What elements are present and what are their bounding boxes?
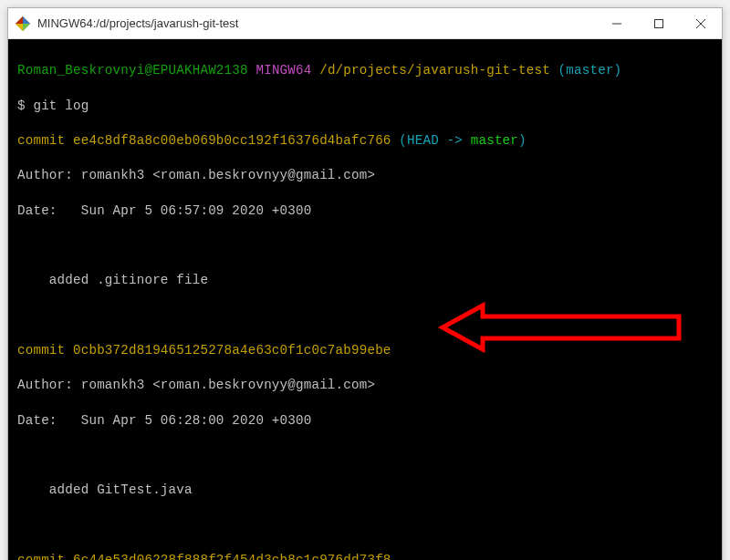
window-title: MINGW64:/d/projects/javarush-git-test xyxy=(37,16,596,30)
commit-hash: 6c44e53d06228f888f2f454d3cb8c1c976dd73f8 xyxy=(73,553,391,560)
commit-hash: 0cbb372d819465125278a4e63c0f1c0c7ab99ebe xyxy=(73,343,391,358)
blank-line xyxy=(17,517,713,534)
author-line: Author: romankh3 <roman.beskrovnyy@gmail… xyxy=(17,167,713,184)
svg-marker-2 xyxy=(23,24,30,31)
prompt-user: Roman_Beskrovnyi xyxy=(17,63,144,78)
prompt-branch: (master) xyxy=(558,63,622,78)
minimize-button[interactable] xyxy=(596,8,638,39)
commit-message: added GitTest.java xyxy=(17,482,713,499)
maximize-button[interactable] xyxy=(638,8,680,39)
svg-marker-4 xyxy=(16,16,23,24)
command-line: $ git log xyxy=(17,98,713,115)
commit-line: commit ee4c8df8a8c00eb069b0cc192f16376d4… xyxy=(17,132,713,150)
titlebar[interactable]: MINGW64:/d/projects/javarush-git-test xyxy=(8,8,722,39)
commit-line: commit 0cbb372d819465125278a4e63c0f1c0c7… xyxy=(17,342,713,359)
prompt-dollar: $ xyxy=(17,99,26,113)
commit-hash: ee4c8df8a8c00eb069b0cc192f16376d4bafc766 xyxy=(73,133,391,148)
svg-rect-6 xyxy=(655,20,663,28)
close-button[interactable] xyxy=(680,8,722,39)
prompt-shell: MINGW64 xyxy=(256,63,311,78)
typed-command: git log xyxy=(33,99,89,113)
prompt-line: Roman_Beskrovnyi@EPUAKHAW2138 MINGW64 /d… xyxy=(17,62,713,79)
prompt-path: /d/projects/javarush-git-test xyxy=(319,63,550,78)
date-line: Date: Sun Apr 5 06:57:09 2020 +0300 xyxy=(17,202,713,220)
blank-line xyxy=(17,447,713,464)
prompt-host: EPUAKHAW2138 xyxy=(152,63,248,78)
author-line: Author: romankh3 <roman.beskrovnyy@gmail… xyxy=(17,377,713,394)
commit-line: commit 6c44e53d06228f888f2f454d3cb8c1c97… xyxy=(17,552,713,560)
app-icon xyxy=(16,16,30,31)
date-line: Date: Sun Apr 5 06:28:00 2020 +0300 xyxy=(17,412,713,430)
terminal-window: MINGW64:/d/projects/javarush-git-test Ro… xyxy=(7,7,723,560)
blank-line xyxy=(17,307,713,325)
svg-marker-3 xyxy=(16,24,23,31)
blank-line xyxy=(17,237,713,254)
window-controls xyxy=(596,8,722,38)
svg-marker-1 xyxy=(23,16,30,24)
terminal-body[interactable]: Roman_Beskrovnyi@EPUAKHAW2138 MINGW64 /d… xyxy=(8,39,722,560)
commit-message: added .gitinore file xyxy=(17,272,713,289)
